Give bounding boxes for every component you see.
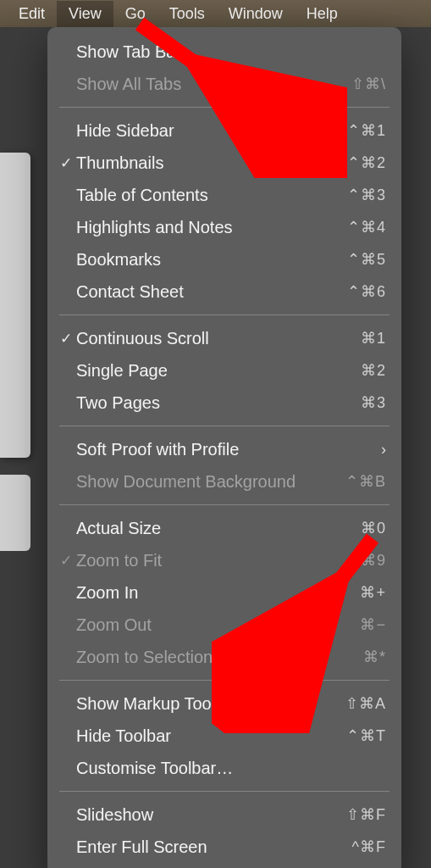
menu-item-label: Bookmarks (76, 250, 310, 270)
menu-item-label: Show Document Background (76, 472, 310, 492)
menubar-item-window[interactable]: Window (217, 1, 295, 27)
menu-item-label: Table of Contents (76, 186, 310, 205)
menu-separator (59, 107, 390, 108)
menu-item-shortcut: ⇧⌘A (310, 694, 386, 713)
menu-item-label: Actual Size (76, 519, 310, 538)
menu-item-label: Hide Sidebar (76, 121, 310, 141)
checkmark-icon: ✓ (56, 154, 76, 172)
menu-item-label: Show Markup Toolbar (76, 694, 310, 714)
menu-item-contact-sheet[interactable]: Contact Sheet ⌃⌘6 (47, 275, 401, 308)
menu-item-label: Enter Full Screen (76, 837, 310, 857)
menu-item-label: Show Tab Bar (76, 42, 310, 62)
menu-item-label: Show All Tabs (76, 75, 310, 94)
menu-item-shortcut: ⌃⌘4 (310, 218, 386, 236)
menu-item-show-all-tabs: Show All Tabs ⇧⌘\ (47, 68, 401, 100)
menu-item-thumbnails[interactable]: ✓ Thumbnails ⌃⌘2 (47, 147, 401, 179)
menu-item-label: Hide Toolbar (76, 726, 310, 746)
thumbnail-sidebar (0, 153, 30, 458)
menu-item-shortcut: ⌘9 (310, 551, 386, 570)
menu-item-single-page[interactable]: Single Page ⌘2 (47, 354, 401, 387)
menu-item-label: Zoom Out (76, 615, 310, 635)
view-menu-dropdown: Show Tab Bar Show All Tabs ⇧⌘\ Hide Side… (47, 27, 401, 868)
menu-item-shortcut: ⌘1 (310, 329, 386, 348)
thumbnail-sidebar (0, 475, 30, 551)
menu-item-label: Single Page (76, 361, 310, 381)
menu-item-shortcut: ⌘0 (310, 519, 386, 537)
menu-item-enter-full-screen[interactable]: Enter Full Screen ^⌘F (47, 831, 401, 863)
menubar-item-help[interactable]: Help (295, 1, 350, 27)
menu-item-shortcut: ⌘* (310, 648, 386, 666)
menu-item-bookmarks[interactable]: Bookmarks ⌃⌘5 (47, 243, 401, 275)
menu-item-label: Contact Sheet (76, 282, 310, 302)
menu-item-shortcut: ⌃⌘5 (310, 250, 386, 269)
menu-item-shortcut: ⌘3 (310, 393, 386, 412)
menu-item-shortcut: ⇧⌘F (310, 805, 386, 824)
menu-item-slideshow[interactable]: Slideshow ⇧⌘F (47, 798, 401, 831)
menu-separator (59, 680, 390, 681)
menu-item-hide-toolbar[interactable]: Hide Toolbar ⌃⌘T (47, 720, 401, 752)
menu-separator (59, 504, 390, 505)
menubar-item-view[interactable]: View (57, 1, 113, 27)
menu-item-shortcut: ⌃⌘1 (310, 121, 386, 140)
menubar-item-edit[interactable]: Edit (7, 1, 57, 27)
menu-item-shortcut: ⌘2 (310, 361, 386, 380)
menu-item-label: Zoom to Fit (76, 551, 310, 570)
menu-item-show-document-background: Show Document Background ⌃⌘B (47, 465, 401, 498)
menu-item-customise-toolbar[interactable]: Customise Toolbar… (47, 752, 401, 784)
menu-item-shortcut: ⌃⌘B (310, 472, 386, 491)
checkmark-icon: ✓ (56, 330, 76, 348)
menubar-item-go[interactable]: Go (113, 1, 157, 27)
menu-item-zoom-to-fit: ✓ Zoom to Fit ⌘9 (47, 544, 401, 576)
menu-item-label: Thumbnails (76, 153, 310, 173)
menu-item-hide-sidebar[interactable]: Hide Sidebar ⌃⌘1 (47, 114, 401, 147)
menu-item-shortcut: ⌘+ (310, 583, 386, 602)
menu-item-label: Continuous Scroll (76, 329, 310, 348)
menu-item-soft-proof-with-profile[interactable]: Soft Proof with Profile › (47, 433, 401, 465)
menu-item-table-of-contents[interactable]: Table of Contents ⌃⌘3 (47, 179, 401, 211)
menu-item-shortcut: ⌃⌘T (310, 726, 386, 745)
menu-item-shortcut: ⌘− (310, 615, 386, 634)
menu-item-continuous-scroll[interactable]: ✓ Continuous Scroll ⌘1 (47, 322, 401, 354)
menubar: Edit View Go Tools Window Help (0, 0, 431, 27)
menu-item-show-tab-bar[interactable]: Show Tab Bar (47, 36, 401, 68)
menu-item-label: Slideshow (76, 805, 310, 825)
menu-item-shortcut: ^⌘F (310, 837, 386, 856)
menu-item-label: Customise Toolbar… (76, 759, 310, 778)
menu-item-label: Zoom In (76, 583, 310, 603)
menu-separator (59, 426, 390, 426)
menu-item-show-markup-toolbar[interactable]: Show Markup Toolbar ⇧⌘A (47, 687, 401, 720)
menu-item-label: Highlights and Notes (76, 218, 310, 237)
menu-item-two-pages[interactable]: Two Pages ⌘3 (47, 387, 401, 419)
menu-item-label: Zoom to Selection (76, 648, 310, 667)
menu-item-shortcut: ⌃⌘3 (310, 186, 386, 204)
menu-item-highlights-and-notes[interactable]: Highlights and Notes ⌃⌘4 (47, 211, 401, 243)
menu-item-actual-size[interactable]: Actual Size ⌘0 (47, 512, 401, 544)
menu-item-shortcut: ⇧⌘\ (310, 75, 386, 93)
menu-item-shortcut: ⌃⌘2 (310, 153, 386, 172)
menu-separator (59, 314, 390, 315)
checkmark-icon: ✓ (56, 552, 76, 570)
menubar-item-tools[interactable]: Tools (157, 1, 217, 27)
submenu-chevron-icon: › (310, 441, 386, 459)
menu-separator (59, 791, 390, 792)
menu-item-label: Two Pages (76, 393, 310, 413)
menu-item-label: Soft Proof with Profile (76, 440, 310, 459)
menu-item-shortcut: ⌃⌘6 (310, 282, 386, 301)
menu-item-zoom-out: Zoom Out ⌘− (47, 609, 401, 641)
menu-item-zoom-to-selection: Zoom to Selection ⌘* (47, 641, 401, 673)
menu-item-zoom-in[interactable]: Zoom In ⌘+ (47, 576, 401, 609)
